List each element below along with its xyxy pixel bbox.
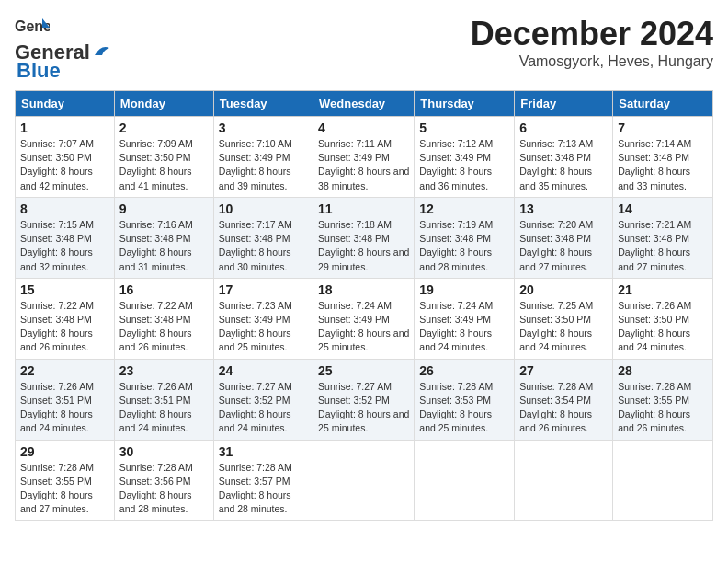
day-info: Sunrise: 7:12 AM Sunset: 3:49 PM Dayligh… — [419, 137, 509, 193]
col-header-monday: Monday — [114, 91, 213, 117]
calendar-cell: 27Sunrise: 7:28 AM Sunset: 3:54 PM Dayli… — [515, 359, 613, 440]
title-area: December 2024 Vamosgyork, Heves, Hungary — [471, 15, 713, 70]
calendar-table: SundayMondayTuesdayWednesdayThursdayFrid… — [15, 90, 713, 521]
day-number: 7 — [618, 121, 708, 135]
day-info: Sunrise: 7:26 AM Sunset: 3:51 PM Dayligh… — [119, 380, 209, 436]
day-info: Sunrise: 7:17 AM Sunset: 3:48 PM Dayligh… — [219, 218, 308, 274]
day-info: Sunrise: 7:24 AM Sunset: 3:49 PM Dayligh… — [318, 299, 409, 355]
day-number: 8 — [20, 201, 109, 216]
calendar-cell: 30Sunrise: 7:28 AM Sunset: 3:56 PM Dayli… — [114, 440, 213, 521]
calendar-cell: 23Sunrise: 7:26 AM Sunset: 3:51 PM Dayli… — [114, 359, 213, 440]
day-info: Sunrise: 7:13 AM Sunset: 3:48 PM Dayligh… — [519, 137, 608, 193]
calendar-cell: 25Sunrise: 7:27 AM Sunset: 3:52 PM Dayli… — [313, 359, 415, 440]
col-header-saturday: Saturday — [613, 91, 713, 117]
day-info: Sunrise: 7:22 AM Sunset: 3:48 PM Dayligh… — [20, 299, 109, 355]
day-number: 21 — [618, 282, 708, 297]
day-number: 28 — [618, 363, 708, 378]
calendar-cell: 5Sunrise: 7:12 AM Sunset: 3:49 PM Daylig… — [415, 117, 515, 198]
logo-blue: Blue — [17, 59, 61, 83]
calendar-cell: 26Sunrise: 7:28 AM Sunset: 3:53 PM Dayli… — [415, 359, 515, 440]
day-number: 14 — [618, 201, 708, 216]
calendar-cell: 21Sunrise: 7:26 AM Sunset: 3:50 PM Dayli… — [613, 278, 713, 359]
calendar-week-row: 22Sunrise: 7:26 AM Sunset: 3:51 PM Dayli… — [16, 359, 713, 440]
calendar-cell: 6Sunrise: 7:13 AM Sunset: 3:48 PM Daylig… — [515, 117, 613, 198]
day-info: Sunrise: 7:23 AM Sunset: 3:49 PM Dayligh… — [219, 299, 308, 355]
day-info: Sunrise: 7:18 AM Sunset: 3:48 PM Dayligh… — [318, 218, 409, 274]
day-info: Sunrise: 7:11 AM Sunset: 3:49 PM Dayligh… — [318, 137, 409, 193]
day-number: 20 — [519, 282, 608, 297]
day-info: Sunrise: 7:21 AM Sunset: 3:48 PM Dayligh… — [618, 218, 708, 274]
day-info: Sunrise: 7:24 AM Sunset: 3:49 PM Dayligh… — [419, 299, 509, 355]
day-number: 17 — [219, 282, 308, 297]
day-info: Sunrise: 7:28 AM Sunset: 3:53 PM Dayligh… — [419, 380, 509, 436]
day-number: 15 — [20, 282, 109, 297]
calendar-week-row: 8Sunrise: 7:15 AM Sunset: 3:48 PM Daylig… — [16, 197, 713, 278]
calendar-cell: 3Sunrise: 7:10 AM Sunset: 3:49 PM Daylig… — [213, 117, 313, 198]
day-number: 1 — [20, 121, 109, 135]
day-number: 11 — [318, 201, 409, 216]
day-info: Sunrise: 7:27 AM Sunset: 3:52 PM Dayligh… — [219, 380, 308, 436]
calendar-cell: 15Sunrise: 7:22 AM Sunset: 3:48 PM Dayli… — [16, 278, 115, 359]
calendar-cell: 16Sunrise: 7:22 AM Sunset: 3:48 PM Dayli… — [114, 278, 213, 359]
day-info: Sunrise: 7:28 AM Sunset: 3:56 PM Dayligh… — [119, 461, 209, 517]
calendar-cell: 14Sunrise: 7:21 AM Sunset: 3:48 PM Dayli… — [613, 197, 713, 278]
day-info: Sunrise: 7:14 AM Sunset: 3:48 PM Dayligh… — [618, 137, 708, 193]
col-header-tuesday: Tuesday — [213, 91, 313, 117]
calendar-cell: 12Sunrise: 7:19 AM Sunset: 3:48 PM Dayli… — [415, 197, 515, 278]
calendar-cell: 11Sunrise: 7:18 AM Sunset: 3:48 PM Dayli… — [313, 197, 415, 278]
day-number: 25 — [318, 363, 409, 378]
logo: General General Blue — [15, 15, 111, 83]
day-info: Sunrise: 7:22 AM Sunset: 3:48 PM Dayligh… — [119, 299, 209, 355]
calendar-cell — [515, 440, 613, 521]
calendar-cell: 28Sunrise: 7:28 AM Sunset: 3:55 PM Dayli… — [613, 359, 713, 440]
day-number: 26 — [419, 363, 509, 378]
day-number: 19 — [419, 282, 509, 297]
calendar-cell: 19Sunrise: 7:24 AM Sunset: 3:49 PM Dayli… — [415, 278, 515, 359]
logo-bird-icon — [91, 42, 111, 63]
day-info: Sunrise: 7:07 AM Sunset: 3:50 PM Dayligh… — [20, 137, 109, 193]
col-header-wednesday: Wednesday — [313, 91, 415, 117]
page-header: General General Blue December 2024 Vamos… — [15, 15, 713, 83]
calendar-cell: 24Sunrise: 7:27 AM Sunset: 3:52 PM Dayli… — [213, 359, 313, 440]
calendar-cell: 22Sunrise: 7:26 AM Sunset: 3:51 PM Dayli… — [16, 359, 115, 440]
calendar-week-row: 29Sunrise: 7:28 AM Sunset: 3:55 PM Dayli… — [16, 440, 713, 521]
day-number: 12 — [419, 201, 509, 216]
day-info: Sunrise: 7:19 AM Sunset: 3:48 PM Dayligh… — [419, 218, 509, 274]
calendar-header-row: SundayMondayTuesdayWednesdayThursdayFrid… — [16, 91, 713, 117]
day-number: 22 — [20, 363, 109, 378]
calendar-cell: 18Sunrise: 7:24 AM Sunset: 3:49 PM Dayli… — [313, 278, 415, 359]
calendar-cell: 9Sunrise: 7:16 AM Sunset: 3:48 PM Daylig… — [114, 197, 213, 278]
day-number: 9 — [119, 201, 209, 216]
day-number: 6 — [519, 121, 608, 135]
day-number: 23 — [119, 363, 209, 378]
calendar-cell: 13Sunrise: 7:20 AM Sunset: 3:48 PM Dayli… — [515, 197, 613, 278]
day-number: 2 — [119, 121, 209, 135]
day-number: 10 — [219, 201, 308, 216]
col-header-sunday: Sunday — [16, 91, 115, 117]
calendar-cell: 17Sunrise: 7:23 AM Sunset: 3:49 PM Dayli… — [213, 278, 313, 359]
calendar-cell: 20Sunrise: 7:25 AM Sunset: 3:50 PM Dayli… — [515, 278, 613, 359]
location: Vamosgyork, Heves, Hungary — [471, 53, 713, 70]
col-header-thursday: Thursday — [415, 91, 515, 117]
day-info: Sunrise: 7:28 AM Sunset: 3:55 PM Dayligh… — [618, 380, 708, 436]
day-number: 18 — [318, 282, 409, 297]
calendar-cell: 1Sunrise: 7:07 AM Sunset: 3:50 PM Daylig… — [16, 117, 115, 198]
day-number: 13 — [519, 201, 608, 216]
day-number: 30 — [119, 444, 209, 459]
day-number: 29 — [20, 444, 109, 459]
day-number: 31 — [219, 444, 308, 459]
day-number: 16 — [119, 282, 209, 297]
col-header-friday: Friday — [515, 91, 613, 117]
day-info: Sunrise: 7:09 AM Sunset: 3:50 PM Dayligh… — [119, 137, 209, 193]
calendar-cell: 2Sunrise: 7:09 AM Sunset: 3:50 PM Daylig… — [114, 117, 213, 198]
day-number: 3 — [219, 121, 308, 135]
day-info: Sunrise: 7:28 AM Sunset: 3:54 PM Dayligh… — [519, 380, 608, 436]
day-info: Sunrise: 7:16 AM Sunset: 3:48 PM Dayligh… — [119, 218, 209, 274]
day-info: Sunrise: 7:28 AM Sunset: 3:55 PM Dayligh… — [20, 461, 109, 517]
day-info: Sunrise: 7:10 AM Sunset: 3:49 PM Dayligh… — [219, 137, 308, 193]
day-info: Sunrise: 7:25 AM Sunset: 3:50 PM Dayligh… — [519, 299, 608, 355]
calendar-cell: 8Sunrise: 7:15 AM Sunset: 3:48 PM Daylig… — [16, 197, 115, 278]
calendar-cell — [415, 440, 515, 521]
day-info: Sunrise: 7:27 AM Sunset: 3:52 PM Dayligh… — [318, 380, 409, 436]
calendar-cell — [613, 440, 713, 521]
